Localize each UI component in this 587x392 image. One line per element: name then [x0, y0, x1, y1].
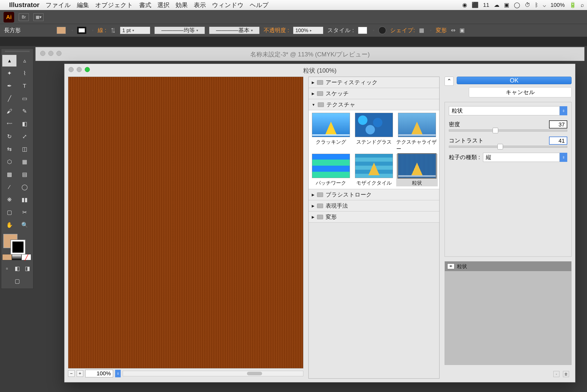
stroke-swatch[interactable]	[77, 27, 86, 34]
rectangle-tool[interactable]: ▭	[17, 93, 32, 104]
pencil-tool[interactable]: ✎	[17, 105, 32, 117]
eraser-tool[interactable]: ◧	[17, 118, 32, 130]
thumb-craquelure[interactable]: クラッキング	[310, 113, 352, 152]
search-icon[interactable]: ⌕	[581, 2, 584, 8]
stepper-icon[interactable]: ⮁	[110, 27, 116, 34]
stroke-profile-dropdown[interactable]: ———— 均等▾	[154, 27, 205, 34]
color-mode-color[interactable]	[2, 254, 12, 260]
density-input[interactable]: 37	[549, 120, 567, 128]
cc-icon[interactable]: ☁	[494, 2, 499, 8]
menu-window[interactable]: ウィンドウ	[212, 1, 244, 9]
menu-select[interactable]: 選択	[157, 1, 170, 9]
stroke-color[interactable]	[11, 240, 25, 254]
symbol-tool[interactable]: ❋	[2, 194, 16, 206]
arrange-docs-icon[interactable]: ▦▾	[33, 13, 44, 21]
status-icon[interactable]: ◉	[462, 2, 467, 8]
chevron-down-icon[interactable]: ▾	[70, 28, 73, 32]
line-tool[interactable]: ╱	[2, 93, 16, 104]
adobe-icon[interactable]: ⬛	[472, 2, 478, 8]
tree-sketch[interactable]: ▶スケッチ	[309, 88, 439, 99]
slider-thumb[interactable]	[493, 128, 498, 133]
fill-swatch[interactable]	[57, 27, 66, 34]
preview-hscrollbar[interactable]	[123, 371, 303, 376]
zoom-stepper-icon[interactable]: ⇳	[115, 370, 121, 377]
contrast-track[interactable]	[449, 146, 567, 148]
fill-stroke-swatch[interactable]	[2, 234, 32, 252]
clock-icon[interactable]: ⏱	[525, 2, 530, 8]
menu-file[interactable]: ファイル	[46, 1, 71, 9]
dropdown-arrows-icon[interactable]: ⇳	[560, 153, 567, 162]
color-mode-gradient[interactable]	[12, 254, 22, 260]
stroke-weight-field[interactable]: 1 pt▾	[120, 27, 150, 34]
delete-effect-layer-button[interactable]: 🗑	[563, 371, 569, 377]
selection-tool[interactable]: ▴	[2, 55, 16, 67]
zoom-out-button[interactable]: −	[68, 370, 75, 377]
chevron-down-icon[interactable]: ▾	[371, 28, 374, 32]
bluetooth-icon[interactable]: ᛒ	[535, 2, 538, 8]
hand-tool[interactable]: ✋	[2, 219, 16, 231]
shape-props-icon[interactable]: ▦	[419, 27, 424, 34]
graph-tool[interactable]: ▮▮	[17, 194, 32, 206]
blob-tool[interactable]: ⬳	[2, 118, 16, 130]
menu-edit[interactable]: 編集	[77, 1, 89, 9]
tree-texture[interactable]: ▼テクスチャ	[309, 99, 439, 110]
screen-mode-button[interactable]: ▢	[2, 275, 32, 287]
draw-mode-normal[interactable]: ▫	[2, 263, 12, 274]
density-track[interactable]	[449, 129, 567, 132]
thumb-texturizer[interactable]: テクスチャライザー	[396, 113, 438, 152]
zoom-in-button[interactable]: +	[77, 370, 83, 377]
grain-type-select[interactable]: 縦	[483, 153, 560, 162]
scale-tool[interactable]: ⤢	[17, 131, 32, 142]
panel-grip[interactable]	[5, 51, 30, 53]
wifi-icon[interactable]: ⌵	[543, 2, 546, 8]
opacity-field[interactable]: 100%▸	[293, 27, 323, 34]
artboard-tool[interactable]: ▢	[2, 207, 16, 218]
stroke-label[interactable]: 線 :	[98, 27, 106, 34]
slider-thumb[interactable]	[497, 144, 503, 149]
type-tool[interactable]: T	[17, 80, 32, 92]
menu-view[interactable]: 表示	[194, 1, 206, 9]
illustrator-logo-icon[interactable]: Ai	[4, 12, 14, 23]
chevron-down-icon[interactable]: ▾	[90, 28, 94, 32]
tree-brush-strokes[interactable]: ▶ブラシストローク	[309, 189, 439, 200]
tree-stylize[interactable]: ▶表現手法	[309, 200, 439, 211]
scrollbar-thumb[interactable]	[247, 372, 262, 375]
width-tool[interactable]: ⇆	[2, 143, 16, 155]
chevron-down-icon[interactable]: ▾	[428, 28, 432, 32]
draw-mode-inside[interactable]: ◨	[23, 263, 32, 274]
circle-icon[interactable]: ◯	[514, 2, 520, 8]
paintbrush-tool[interactable]: 🖌	[2, 105, 16, 117]
ok-button[interactable]: OK	[457, 77, 572, 84]
menu-help[interactable]: ヘルプ	[250, 1, 269, 9]
thumb-patchwork[interactable]: パッチワーク	[310, 154, 352, 186]
menu-object[interactable]: オブジェクト	[95, 1, 133, 9]
dropdown-arrows-icon[interactable]: ⇳	[560, 106, 567, 115]
battery-icon[interactable]: 🔋	[569, 2, 576, 8]
thumb-mosaic-tiles[interactable]: モザイクタイル	[353, 154, 395, 186]
shape-label[interactable]: シェイプ:	[390, 27, 415, 34]
transform-label[interactable]: 変形	[436, 27, 447, 34]
visibility-icon[interactable]: 👁	[447, 264, 454, 269]
tree-artistic[interactable]: ▶アーティスティック	[309, 77, 439, 88]
magic-wand-tool[interactable]: ✦	[2, 68, 16, 79]
recolor-icon[interactable]	[379, 27, 386, 34]
blend-tool[interactable]: ◯	[17, 181, 32, 193]
app-name[interactable]: Illustrator	[9, 1, 39, 9]
new-effect-layer-button[interactable]: ▫	[553, 371, 559, 377]
bridge-icon[interactable]: Br	[19, 13, 29, 21]
zoom-tool[interactable]: 🔍	[17, 219, 32, 231]
mesh-tool[interactable]: ▩	[2, 169, 16, 180]
effect-preview[interactable]	[68, 77, 303, 368]
shape-builder-tool[interactable]: ⬡	[2, 156, 16, 168]
zoom-value[interactable]: 100%	[85, 370, 113, 377]
gradient-tool[interactable]: ▤	[17, 169, 32, 180]
thumb-stained-glass[interactable]: ステンドグラス	[353, 113, 395, 152]
collapse-tree-button[interactable]: ⌃	[445, 77, 454, 86]
pen-tool[interactable]: ✒	[2, 80, 16, 92]
thumb-grain[interactable]: 粒状	[396, 154, 438, 186]
align-icon[interactable]: ⇔	[451, 27, 455, 34]
opacity-label[interactable]: 不透明度 :	[264, 27, 289, 34]
direct-selection-tool[interactable]: ▵	[17, 55, 32, 67]
effect-layer-row[interactable]: 👁 粒状	[445, 262, 571, 271]
free-transform-tool[interactable]: ◫	[17, 143, 32, 155]
